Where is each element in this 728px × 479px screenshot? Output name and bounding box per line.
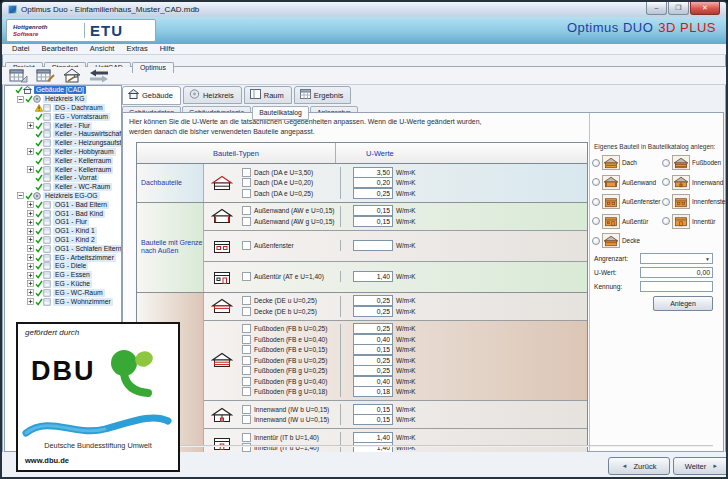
tree-expander-icon[interactable]	[27, 298, 34, 305]
bauteil-option-decke[interactable]: Decke	[592, 231, 662, 251]
tree-item-og1-schlafen-eltern[interactable]: OG1 - Schlafen Eltern	[5, 244, 121, 253]
tree-expander-icon[interactable]	[17, 96, 24, 103]
radio-button[interactable]	[662, 217, 670, 225]
tree-item-heizkreis-eg-og[interactable]: Heizkreis EG-OG	[5, 192, 121, 201]
kennung-input[interactable]	[640, 281, 713, 292]
menu-item-bearbeiten[interactable]: Bearbeiten	[36, 44, 84, 54]
row-checkbox[interactable]	[242, 217, 251, 226]
row-checkbox[interactable]	[242, 272, 251, 281]
bauteil-option-aussentuer[interactable]: Außentür	[592, 212, 662, 232]
tree-item-eg-wohnzimmer[interactable]: EG - Wohnzimmer	[5, 297, 121, 306]
row-checkbox[interactable]	[242, 307, 251, 316]
tree-item-eg-kueche[interactable]: EG - Küche	[5, 280, 121, 289]
tree-expander-icon[interactable]	[27, 166, 34, 173]
tree-item-keller-flur[interactable]: Keller - Flur	[5, 121, 121, 130]
menu-item-hilfe[interactable]: Hilfe	[154, 44, 181, 54]
u-wert-input[interactable]: 0,00	[640, 267, 713, 278]
tree-item-keller-kellerraum[interactable]: Keller - Kellerraum	[5, 156, 121, 165]
uwert-input[interactable]	[353, 306, 393, 317]
anlegen-button[interactable]: Anlegen	[653, 296, 713, 311]
bauteil-option-aussenwand[interactable]: Außenwand	[592, 173, 662, 193]
tree-item-og1-bad-eltern[interactable]: OG1 - Bad Eltern	[5, 200, 121, 209]
uwert-input[interactable]	[353, 271, 393, 282]
next-button[interactable]: Weiter ►	[673, 457, 728, 475]
radio-button[interactable]	[662, 178, 670, 186]
tab-gebaeude[interactable]: Gebäude	[122, 86, 181, 105]
menu-item-extras[interactable]: Extras	[120, 44, 153, 54]
radio-button[interactable]	[662, 198, 670, 206]
tree-expander-icon[interactable]	[27, 219, 34, 226]
uwert-input[interactable]	[353, 167, 393, 178]
subtab-bauteilkatalog[interactable]: Bauteilkatalog	[252, 106, 309, 120]
tree-item-eg-arbeitszimmer[interactable]: EG - Arbeitszimmer	[5, 253, 121, 262]
row-checkbox[interactable]	[242, 335, 251, 344]
building-table-edit-icon[interactable]	[34, 68, 56, 83]
tree-expander-icon[interactable]	[27, 122, 34, 129]
tree-item-eg-essen[interactable]: EG - Essen	[5, 271, 121, 280]
row-checkbox[interactable]	[242, 433, 251, 442]
uwert-input[interactable]	[353, 386, 393, 397]
uwert-input[interactable]	[353, 177, 393, 188]
tree-item-keller-vorrat[interactable]: Keller - Vorrat	[5, 174, 121, 183]
row-checkbox[interactable]	[242, 405, 251, 414]
house-tools-icon[interactable]	[61, 68, 83, 83]
row-checkbox[interactable]	[242, 296, 251, 305]
tree-item-gebaeude-cad[interactable]: Gebäude [CAD]	[5, 86, 121, 95]
tree-item-og1-kind-1[interactable]: OG1 - Kind 1	[5, 227, 121, 236]
tree-item-keller-hobbyraum[interactable]: Keller - Hobbyraum	[5, 148, 121, 157]
row-checkbox[interactable]	[242, 387, 251, 396]
tree-expander-icon[interactable]	[27, 272, 34, 279]
uwert-input[interactable]	[353, 432, 393, 443]
radio-button[interactable]	[592, 217, 600, 225]
tree-expander-icon[interactable]	[27, 254, 34, 261]
uwert-input[interactable]	[353, 205, 393, 216]
row-checkbox[interactable]	[242, 189, 251, 198]
tree-item-keller-wc-raum[interactable]: Keller - WC-Raum	[5, 183, 121, 192]
uwert-input[interactable]	[353, 216, 393, 227]
tree-expander-icon[interactable]	[17, 192, 24, 199]
row-checkbox[interactable]	[242, 345, 251, 354]
uwert-input[interactable]	[353, 188, 393, 199]
tree-expander-icon[interactable]	[27, 280, 34, 287]
radio-button[interactable]	[592, 159, 600, 167]
tree-item-og1-kind-2[interactable]: OG1 - Kind 2	[5, 236, 121, 245]
app-tab-optimus[interactable]: Optimus	[132, 62, 174, 73]
row-checkbox[interactable]	[242, 366, 251, 375]
tree-expander-icon[interactable]	[27, 210, 34, 217]
row-checkbox[interactable]	[242, 415, 251, 424]
uwert-input[interactable]	[353, 365, 393, 376]
menu-item-datei[interactable]: Datei	[6, 44, 36, 54]
bauteil-option-fussboden[interactable]: Fußboden	[662, 153, 728, 173]
bauteil-option-dach[interactable]: Dach	[592, 153, 662, 173]
bauteil-option-aussenfenster[interactable]: Außenfenster	[592, 192, 662, 212]
menu-item-ansicht[interactable]: Ansicht	[84, 44, 121, 54]
tree-expander-icon[interactable]	[27, 236, 34, 243]
tree-expander-icon[interactable]	[27, 245, 34, 252]
uwert-input[interactable]	[353, 334, 393, 345]
uwert-input[interactable]	[353, 344, 393, 355]
tree-item-dg-dachraum[interactable]: DG - Dachraum	[5, 104, 121, 113]
uwert-input[interactable]	[353, 355, 393, 366]
row-checkbox[interactable]	[242, 178, 251, 187]
radio-button[interactable]	[592, 198, 600, 206]
bauteil-option-innenwand[interactable]: Innenwand	[662, 173, 728, 193]
tree-item-heizkreis-kg[interactable]: Heizkreis KG	[5, 95, 121, 104]
close-button[interactable]: ✕	[690, 2, 720, 15]
uwert-input[interactable]	[353, 323, 393, 334]
angrenzart-select[interactable]: ▼	[640, 253, 713, 264]
minimize-button[interactable]: –	[646, 2, 667, 15]
uwert-input[interactable]	[353, 240, 393, 251]
back-button[interactable]: ◄ Zurück	[608, 457, 670, 475]
row-checkbox[interactable]	[242, 377, 251, 386]
uwert-input[interactable]	[353, 376, 393, 387]
radio-button[interactable]	[592, 237, 600, 245]
bauteil-option-innenfenster[interactable]: Innenfenster	[662, 192, 728, 212]
tree-expander-icon[interactable]	[27, 289, 34, 296]
radio-button[interactable]	[592, 178, 600, 186]
tree-item-eg-vorratsraum[interactable]: EG - Vorratsraum	[5, 112, 121, 121]
tree-item-og1-bad-kind[interactable]: OG1 - Bad Kind	[5, 209, 121, 218]
tree-expander-icon[interactable]	[27, 148, 34, 155]
row-checkbox[interactable]	[242, 356, 251, 365]
tree-item-og1-flur[interactable]: OG1 - Flur	[5, 218, 121, 227]
uwert-input[interactable]	[353, 295, 393, 306]
